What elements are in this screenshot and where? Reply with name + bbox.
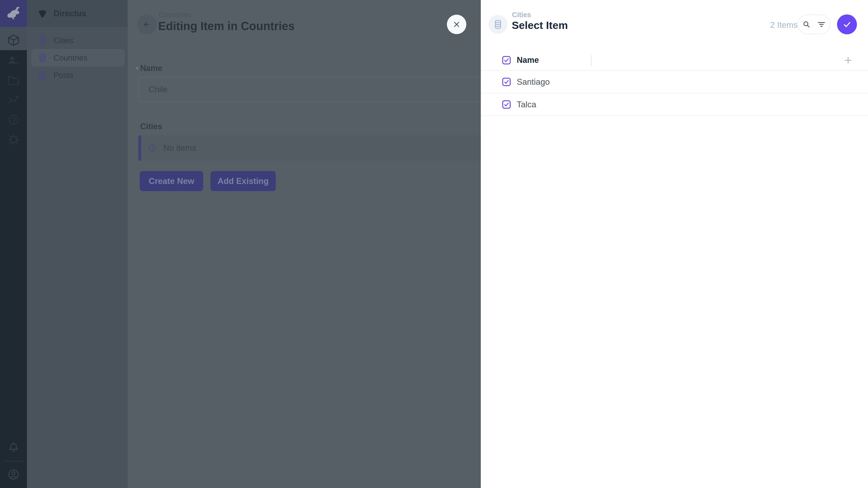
create-new-button[interactable]: Create New <box>140 171 203 191</box>
sidebar-item-label: Countries <box>54 53 88 62</box>
breadcrumb[interactable]: Countries <box>159 11 191 19</box>
collection-avatar <box>489 15 507 34</box>
close-icon <box>452 20 461 29</box>
filter-icon[interactable] <box>816 20 827 29</box>
add-column-button[interactable] <box>842 54 854 66</box>
sidebar-item-label: Cities <box>54 36 73 45</box>
table-row[interactable]: Santiago <box>481 71 868 94</box>
search-icon[interactable] <box>802 20 811 29</box>
row-checkbox[interactable] <box>502 100 510 109</box>
notifications-bell-icon[interactable] <box>0 437 27 457</box>
project-shield-icon <box>37 8 48 19</box>
search-filter-group <box>798 14 831 34</box>
database-icon <box>493 19 503 30</box>
name-field-label: Name <box>140 64 162 73</box>
name-field-input[interactable] <box>139 77 483 102</box>
row-label: Santiago <box>517 77 550 87</box>
sidebar-item-cities[interactable]: Cities <box>31 32 125 49</box>
project-header[interactable]: Directus <box>27 0 128 27</box>
module-files-folder-icon[interactable] <box>0 70 27 90</box>
items-count: 2 Items <box>770 20 798 30</box>
row-checkbox[interactable] <box>502 78 510 86</box>
row-label: Talca <box>517 100 536 109</box>
sidebar-item-label: Posts <box>54 71 73 80</box>
column-divider[interactable] <box>591 55 592 66</box>
sidebar-item-posts[interactable]: Posts <box>31 66 125 84</box>
cities-field-label: Cities <box>140 122 162 131</box>
module-content-box-icon[interactable] <box>0 30 27 50</box>
select-item-drawer: Cities Select Item 2 Items <box>481 0 868 488</box>
database-icon <box>38 36 47 45</box>
select-all-checkbox[interactable] <box>502 56 510 64</box>
required-dot <box>136 67 138 69</box>
page-title: Editing Item in Countries <box>158 20 295 33</box>
plus-icon <box>843 55 853 66</box>
module-bar-divider <box>3 461 24 462</box>
cities-empty-notice: No items <box>138 135 483 161</box>
app-window: Directus Cities Countries <box>0 0 868 488</box>
drawer-title: Select Item <box>512 19 568 31</box>
module-bar <box>0 0 27 488</box>
drawer-collection-label: Cities <box>512 11 531 19</box>
database-icon <box>38 70 47 80</box>
notice-text: No items <box>163 143 196 153</box>
collection-list: Cities Countries Posts <box>27 32 128 84</box>
account-icon[interactable] <box>0 464 27 484</box>
column-header-name[interactable]: Name <box>517 55 539 65</box>
module-help-icon[interactable] <box>0 110 27 130</box>
arrow-left-icon <box>142 20 152 29</box>
table-row[interactable]: Talca <box>481 94 868 116</box>
module-users-icon[interactable] <box>0 50 27 70</box>
module-insights-icon[interactable] <box>0 90 27 110</box>
directus-logo[interactable] <box>0 0 27 27</box>
confirm-selection-button[interactable] <box>837 14 857 34</box>
rabbit-logo-icon <box>6 6 21 21</box>
check-icon <box>842 20 852 29</box>
database-icon <box>38 53 47 63</box>
info-icon <box>147 143 157 153</box>
table-header: Name <box>481 50 868 71</box>
module-settings-gear-icon[interactable] <box>0 130 27 150</box>
add-existing-button[interactable]: Add Existing <box>211 171 276 191</box>
project-name: Directus <box>54 9 86 18</box>
back-button[interactable] <box>137 14 157 34</box>
sidebar-item-countries[interactable]: Countries <box>31 49 125 66</box>
drawer-close-button[interactable] <box>447 15 466 34</box>
item-rows: Santiago Talca <box>481 71 868 116</box>
